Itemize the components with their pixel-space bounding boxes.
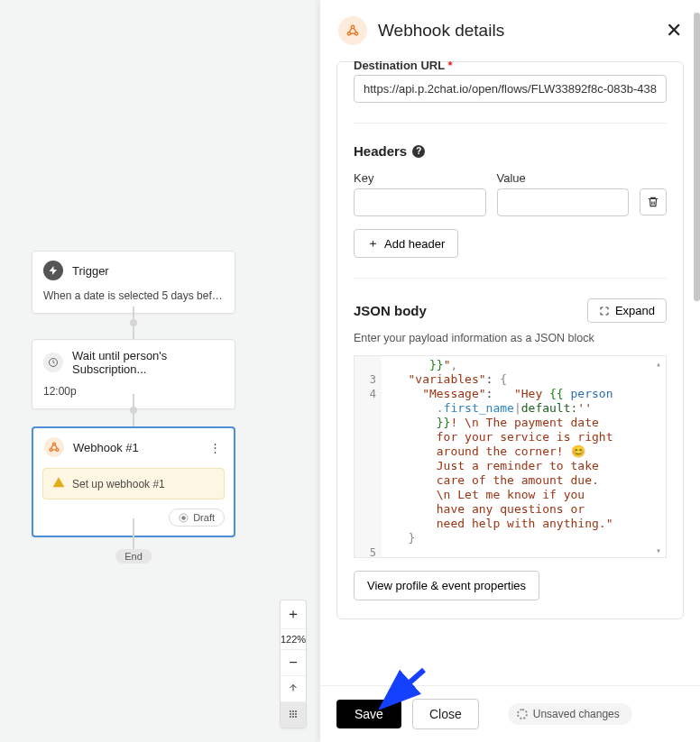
code-gutter: 34 5 [355, 356, 382, 557]
trigger-lightning-icon [43, 261, 63, 280]
wait-title: Wait until person's Subscription... [72, 349, 224, 376]
panel-header: Webhook details ✕ [320, 0, 700, 61]
webhook-icon [338, 16, 367, 45]
svg-point-17 [351, 25, 354, 28]
header-row: Key Value [354, 171, 667, 216]
zoom-grid-button[interactable] [281, 702, 306, 728]
panel-scrollbar-thumb[interactable] [694, 13, 700, 301]
panel-footer: Save Close Unsaved changes [320, 685, 700, 742]
draft-badge: Draft [169, 508, 225, 527]
header-value-input[interactable] [497, 188, 630, 216]
help-icon[interactable]: ? [412, 145, 425, 158]
destination-url-label: Destination URL * [354, 61, 667, 69]
svg-point-16 [355, 32, 357, 35]
trigger-node[interactable]: Trigger When a date is selected 5 days b… [32, 251, 235, 314]
connector-dot [130, 407, 137, 414]
webhook-details-panel: Webhook details ✕ Destination URL * Head… [320, 0, 700, 742]
svg-point-3 [53, 443, 56, 445]
svg-point-11 [295, 713, 297, 715]
trigger-title: Trigger [72, 264, 109, 278]
expand-button[interactable]: Expand [587, 298, 667, 323]
svg-point-2 [56, 448, 59, 451]
header-key-label: Key [354, 171, 486, 185]
svg-point-13 [292, 716, 294, 718]
code-scroll-up-icon[interactable]: ▴ [653, 358, 664, 369]
webhook-alert-text: Set up webhook #1 [72, 478, 165, 490]
svg-point-4 [181, 516, 186, 520]
svg-point-9 [290, 713, 291, 715]
form-card: Destination URL * Headers ? Key Value [336, 61, 684, 619]
svg-point-10 [292, 713, 294, 715]
add-header-button[interactable]: ＋ Add header [354, 229, 458, 258]
flow-canvas[interactable]: Trigger When a date is selected 5 days b… [0, 0, 320, 742]
webhook-alert: Set up webhook #1 [42, 468, 225, 499]
headers-section-title: Headers ? [354, 143, 667, 159]
zoom-control: ＋ 122% − [280, 600, 307, 728]
view-properties-button[interactable]: View profile & event properties [354, 571, 539, 600]
expand-icon [599, 306, 610, 316]
delete-header-button[interactable] [640, 188, 667, 215]
close-button[interactable]: Close [412, 699, 479, 729]
connector-line [133, 518, 134, 549]
draft-label: Draft [193, 512, 215, 523]
svg-point-8 [295, 710, 297, 712]
divider [354, 278, 667, 279]
panel-body: Destination URL * Headers ? Key Value [320, 61, 700, 685]
svg-point-14 [295, 716, 297, 718]
panel-title: Webhook details [378, 21, 655, 41]
close-icon[interactable]: ✕ [666, 21, 682, 41]
zoom-in-button[interactable]: ＋ [281, 600, 306, 629]
webhook-node-title: Webhook #1 [73, 441, 139, 454]
spinner-icon [517, 709, 528, 719]
webhook-icon [44, 437, 64, 457]
unsaved-changes-badge: Unsaved changes [508, 703, 632, 725]
header-key-input[interactable] [354, 188, 486, 216]
json-hint: Enter your payload information as a JSON… [354, 332, 667, 344]
svg-point-6 [290, 710, 291, 712]
destination-url-input[interactable] [354, 75, 667, 103]
kebab-menu-icon[interactable]: ⋮ [206, 439, 225, 456]
svg-point-15 [347, 32, 350, 35]
draft-dot-icon [179, 513, 189, 523]
zoom-level: 122% [281, 629, 306, 650]
code-area[interactable]: }}", "variables": { "Message": "Hey {{ p… [382, 356, 666, 557]
required-star: * [448, 61, 453, 69]
end-pill: End [115, 549, 152, 563]
code-scroll-down-icon[interactable]: ▾ [653, 545, 664, 555]
clock-icon [43, 353, 63, 372]
connector-dot [130, 319, 137, 326]
save-button[interactable]: Save [336, 700, 401, 728]
zoom-fit-button[interactable] [281, 676, 306, 702]
trash-icon [647, 196, 659, 208]
zoom-out-button[interactable]: − [281, 650, 306, 676]
header-value-label: Value [497, 171, 630, 185]
svg-point-7 [292, 710, 294, 712]
svg-point-12 [290, 716, 291, 718]
svg-point-1 [50, 448, 52, 451]
json-editor[interactable]: 34 5 }}", "variables": { "Message": "Hey… [354, 355, 667, 558]
plus-icon: ＋ [367, 235, 379, 252]
warning-triangle-icon [52, 476, 65, 491]
json-body-title: JSON body [354, 303, 427, 318]
divider [354, 123, 667, 124]
